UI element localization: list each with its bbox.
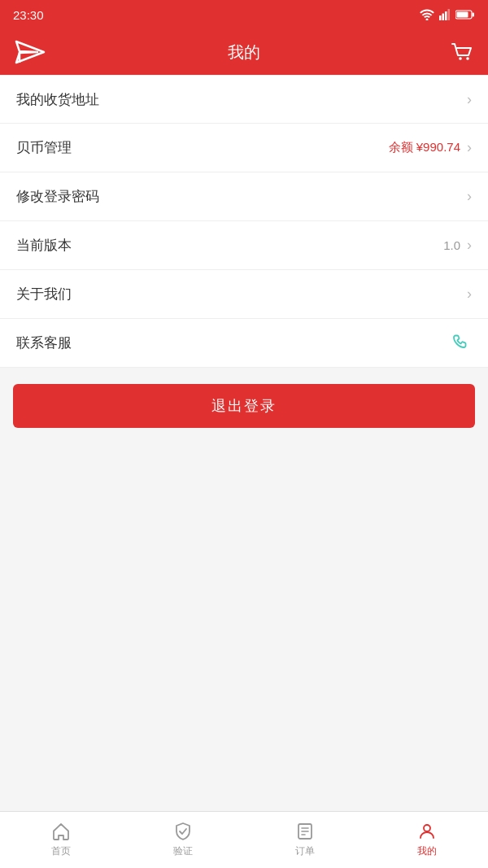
svg-rect-0 [439, 15, 442, 20]
svg-rect-5 [473, 13, 475, 17]
nav-item-home[interactable]: 首页 [0, 812, 122, 868]
about-us-label: 关于我们 [16, 285, 72, 303]
chevron-right-icon: › [467, 188, 472, 205]
logout-button[interactable]: 退出登录 [13, 384, 475, 428]
home-icon [51, 822, 71, 841]
version-right: 1.0 › [443, 237, 472, 254]
header-logo [13, 35, 47, 69]
cart-icon [449, 39, 475, 65]
svg-rect-6 [457, 12, 468, 18]
signal-icon [439, 9, 451, 20]
menu-item-shipping-address[interactable]: 我的收货地址 › [0, 75, 488, 124]
battery-icon [455, 10, 475, 20]
svg-point-15 [424, 825, 430, 831]
wifi-icon [420, 9, 434, 20]
about-us-right: › [467, 286, 472, 303]
menu-item-contact-support[interactable]: 联系客服 [0, 319, 488, 368]
status-time: 23:30 [13, 8, 44, 22]
orders-icon [295, 822, 315, 841]
change-password-label: 修改登录密码 [16, 187, 99, 206]
svg-rect-3 [448, 9, 451, 20]
shipping-address-label: 我的收货地址 [16, 90, 99, 109]
nav-item-mine[interactable]: 我的 [366, 812, 488, 868]
chevron-right-icon: › [467, 139, 472, 156]
menu-item-bei-currency[interactable]: 贝币管理 余额 ¥990.74 › [0, 124, 488, 172]
shield-icon [173, 822, 193, 841]
shipping-address-right: › [467, 91, 472, 108]
nav-item-verify[interactable]: 验证 [122, 812, 244, 868]
cart-button[interactable] [449, 39, 475, 65]
version-label: 当前版本 [16, 236, 72, 255]
app-logo-icon [13, 35, 47, 69]
change-password-right: › [467, 188, 472, 205]
nav-label-mine: 我的 [417, 844, 437, 858]
bei-currency-label: 贝币管理 [16, 138, 72, 157]
person-icon [417, 822, 437, 841]
svg-point-10 [466, 57, 469, 60]
menu-item-about-us[interactable]: 关于我们 › [0, 270, 488, 319]
nav-label-verify: 验证 [173, 844, 193, 858]
status-bar: 23:30 [0, 0, 488, 29]
bei-currency-right: 余额 ¥990.74 › [389, 139, 472, 156]
chevron-right-icon: › [467, 91, 472, 108]
bottom-nav: 首页 验证 订单 我的 [0, 811, 488, 868]
contact-support-label: 联系客服 [16, 334, 72, 352]
chevron-right-icon: › [467, 286, 472, 303]
nav-item-orders[interactable]: 订单 [244, 812, 366, 868]
nav-label-orders: 订单 [295, 844, 315, 858]
menu-item-change-password[interactable]: 修改登录密码 › [0, 172, 488, 221]
nav-label-home: 首页 [51, 844, 71, 858]
content-area: 我的收货地址 › 贝币管理 余额 ¥990.74 › 修改登录密码 › 当前版本… [0, 75, 488, 811]
bei-currency-value: 余额 ¥990.74 [389, 140, 460, 155]
menu-list: 我的收货地址 › 贝币管理 余额 ¥990.74 › 修改登录密码 › 当前版本… [0, 75, 488, 368]
svg-rect-1 [442, 14, 445, 21]
logout-section: 退出登录 [0, 368, 488, 444]
phone-icon [451, 333, 472, 354]
header: 我的 [0, 29, 488, 75]
version-value: 1.0 [443, 238, 460, 252]
menu-item-version[interactable]: 当前版本 1.0 › [0, 221, 488, 270]
status-icons [420, 9, 475, 20]
contact-support-right [451, 333, 472, 354]
page-title: 我的 [228, 41, 260, 63]
svg-rect-2 [445, 11, 447, 20]
svg-point-9 [459, 57, 462, 60]
chevron-right-icon: › [467, 237, 472, 254]
